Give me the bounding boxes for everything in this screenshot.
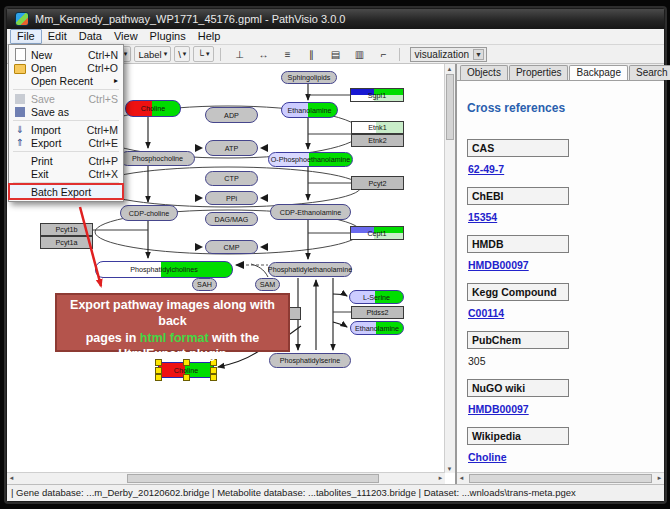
selection-handle[interactable]: [155, 374, 162, 381]
menu-item-label: Save as: [31, 106, 69, 118]
chevron-down-icon[interactable]: ▾: [206, 50, 210, 58]
scrollbar-thumb[interactable]: [127, 474, 379, 483]
node-sah[interactable]: SAH: [192, 278, 217, 291]
node-label: Etnk2: [368, 136, 386, 145]
tab-search[interactable]: Search: [629, 65, 670, 80]
scroll-left-icon[interactable]: ◄: [457, 473, 466, 482]
menu-plugins[interactable]: Plugins: [144, 30, 192, 43]
tab-objects[interactable]: Objects: [460, 65, 508, 80]
xref-link-62-49-7[interactable]: 62-49-7: [468, 163, 504, 175]
file-menu-item-open[interactable]: OpenCtrl+O: [10, 61, 122, 74]
scroll-right-icon[interactable]: ►: [655, 473, 664, 482]
selection-handle[interactable]: [210, 367, 217, 374]
connector-tool-button[interactable]: └ ▾: [193, 46, 213, 62]
xref-link-hmdb00097[interactable]: HMDB00097: [468, 259, 529, 271]
menu-data[interactable]: Data: [73, 30, 108, 43]
node-cept1[interactable]: Cept1: [350, 226, 404, 240]
node-o-phosphoethanolamine[interactable]: O-Phosphoethanolamine: [268, 152, 353, 167]
distribute-columns-icon[interactable]: ∥: [303, 46, 321, 62]
file-menu-item-save-as[interactable]: Save as: [10, 105, 122, 118]
xref-header-nugo-wiki: NuGO wiki: [467, 379, 569, 397]
menu-view[interactable]: View: [108, 30, 144, 43]
node-cdp-ethanolamine[interactable]: CDP-Ethanolamine: [270, 204, 351, 220]
node-pcyt2[interactable]: Pcyt2: [351, 176, 404, 190]
file-menu-item-exit[interactable]: ExitCtrl+X: [10, 167, 122, 180]
node-atp[interactable]: ATP: [205, 140, 258, 156]
chevron-down-icon[interactable]: ▼: [473, 49, 484, 60]
scroll-left-icon[interactable]: ◄: [7, 473, 16, 482]
xref-link-hmdb00097[interactable]: HMDB00097: [468, 403, 529, 415]
node-ethanolamine[interactable]: Ethanolamine: [350, 321, 404, 335]
node-sgpl1[interactable]: Sgpl1: [350, 88, 404, 102]
selection-handle[interactable]: [155, 367, 162, 374]
node-label: Ethanolamine: [288, 106, 332, 115]
scrollbar-thumb[interactable]: [446, 74, 454, 140]
tab-backpage[interactable]: Backpage: [569, 65, 627, 81]
node-cdp-choline[interactable]: CDP-choline: [120, 205, 178, 221]
file-menu-item-open-recent[interactable]: Open Recent▸: [10, 74, 122, 87]
scroll-right-icon[interactable]: ►: [436, 473, 445, 482]
node-etnk2[interactable]: Etnk2: [351, 134, 404, 147]
node-pcyt1a[interactable]: Pcyt1a: [40, 236, 93, 249]
line-tool-button[interactable]: \ ▾: [174, 46, 190, 62]
xref-link-c00114[interactable]: C00114: [468, 307, 504, 319]
node-cmp[interactable]: CMP: [205, 240, 258, 254]
file-menu-item-print[interactable]: PrintCtrl+P: [10, 154, 122, 167]
node-etnk1[interactable]: Etnk1: [351, 121, 404, 134]
menu-item-label: Batch Export: [31, 186, 91, 198]
node-phosphatidylethanolamine[interactable]: Phosphatidylethanolamine: [268, 262, 352, 277]
node-ppi[interactable]: PPi: [205, 191, 258, 205]
chevron-down-icon[interactable]: ▾: [124, 50, 128, 58]
menu-file[interactable]: File: [10, 29, 42, 44]
node-choline[interactable]: Choline: [158, 362, 214, 378]
node-l-serine[interactable]: L-Serine: [349, 290, 404, 304]
chevron-down-icon[interactable]: ▾: [183, 50, 187, 58]
app-icon: [15, 12, 29, 26]
stack-icon[interactable]: ▤: [327, 46, 345, 62]
file-menu-item-new[interactable]: NewCtrl+N: [10, 48, 122, 61]
title-bar[interactable]: Mm_Kennedy_pathway_WP1771_45176.gpml - P…: [7, 9, 664, 29]
group-icon[interactable]: ⌐: [375, 46, 393, 62]
menu-edit[interactable]: Edit: [42, 30, 73, 43]
node-label: Phosphatidylcholines: [130, 265, 198, 274]
node-ethanolamine[interactable]: Ethanolamine: [281, 102, 338, 118]
node-pcyt1b[interactable]: Pcyt1b: [40, 223, 93, 236]
file-menu-item-import[interactable]: ⇓ImportCtrl+M: [10, 123, 122, 136]
node-sphingolipids[interactable]: Sphingolipids: [281, 71, 337, 84]
scroll-up-icon[interactable]: ▲: [445, 64, 454, 73]
selection-handle[interactable]: [183, 374, 190, 381]
file-menu-item-batch-export[interactable]: Batch Export: [10, 185, 122, 198]
xref-link-choline[interactable]: Choline: [468, 451, 507, 463]
xref-link-15354[interactable]: 15354: [468, 211, 497, 223]
distribute-rows-icon[interactable]: ≡: [279, 46, 297, 62]
scrollbar-thumb[interactable]: [469, 474, 652, 483]
cross-references-heading: Cross references: [467, 101, 656, 115]
callout-line3: HtmlExport plugin: [57, 346, 288, 362]
visualization-combobox[interactable]: visualization ▼: [410, 47, 487, 62]
toolbar-separator: [399, 48, 400, 61]
menu-help[interactable]: Help: [192, 30, 227, 43]
label-button[interactable]: Label ▾: [134, 46, 171, 62]
canvas-horizontal-scrollbar[interactable]: ◄ ►: [7, 472, 445, 484]
selection-handle[interactable]: [210, 374, 217, 381]
callout-line2: pages in html format with the: [57, 330, 288, 346]
align-center-icon[interactable]: ⊥: [231, 46, 249, 62]
node-dag-mag[interactable]: DAG/MAG: [205, 212, 258, 226]
file-menu-item-export[interactable]: ⇑ExportCtrl+E: [10, 136, 122, 149]
node-choline[interactable]: Choline: [125, 100, 181, 117]
scroll-down-icon[interactable]: ▼: [445, 464, 454, 473]
node-sam[interactable]: SAM: [255, 278, 280, 291]
label-button-text: Label: [138, 49, 161, 60]
tab-properties[interactable]: Properties: [509, 65, 569, 80]
panel-horizontal-scrollbar[interactable]: ◄ ►: [457, 472, 664, 484]
common-width-icon[interactable]: ▥: [351, 46, 369, 62]
file-menu-item-save[interactable]: SaveCtrl+S: [10, 92, 122, 105]
node-ctp[interactable]: CTP: [205, 171, 258, 186]
canvas-vertical-scrollbar[interactable]: ▲ ▼: [444, 64, 455, 473]
node-ptdss2[interactable]: Ptdss2: [351, 306, 404, 319]
chevron-down-icon[interactable]: ▾: [164, 50, 168, 58]
node-phosphatidylcholines[interactable]: Phosphatidylcholines: [95, 261, 233, 278]
node-phosphocholine[interactable]: Phosphocholine: [120, 151, 195, 166]
align-middle-icon[interactable]: ↔: [255, 46, 273, 62]
node-adp[interactable]: ADP: [205, 107, 258, 123]
